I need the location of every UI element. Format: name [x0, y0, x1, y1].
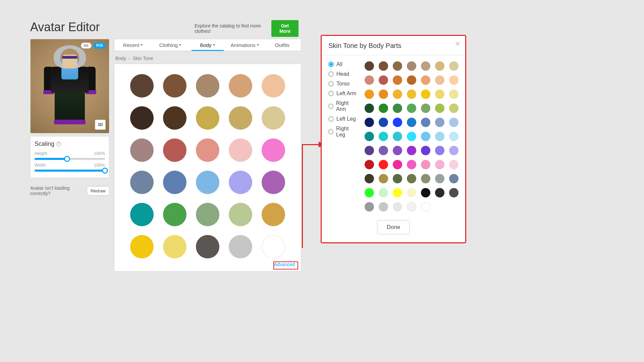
mini-skin-swatch[interactable] — [435, 160, 444, 169]
mini-skin-swatch[interactable] — [407, 202, 416, 212]
mini-skin-swatch[interactable] — [449, 61, 459, 71]
skin-swatch[interactable] — [229, 235, 252, 258]
rig-r15-chip[interactable]: R15 — [94, 43, 106, 49]
mini-skin-swatch[interactable] — [421, 89, 430, 99]
skin-swatch[interactable] — [163, 106, 186, 130]
mini-skin-swatch[interactable] — [421, 202, 430, 212]
mini-skin-swatch[interactable] — [421, 188, 430, 197]
mini-skin-swatch[interactable] — [379, 202, 388, 212]
mini-skin-swatch[interactable] — [449, 89, 459, 99]
mini-skin-swatch[interactable] — [421, 160, 430, 169]
skin-swatch[interactable] — [130, 171, 154, 194]
mini-skin-swatch[interactable] — [407, 188, 416, 197]
skin-swatch[interactable] — [262, 106, 285, 130]
mini-skin-swatch[interactable] — [393, 104, 402, 113]
height-slider-thumb[interactable] — [64, 156, 70, 162]
skin-swatch[interactable] — [229, 138, 252, 162]
skin-swatch[interactable] — [163, 138, 186, 162]
mini-skin-swatch[interactable] — [449, 132, 459, 141]
skin-swatch[interactable] — [163, 171, 186, 194]
mini-skin-swatch[interactable] — [393, 75, 402, 85]
tab-body[interactable]: Body — [189, 39, 226, 51]
mini-skin-swatch[interactable] — [379, 104, 388, 113]
tab-recent[interactable]: Recent — [114, 39, 152, 51]
skin-swatch[interactable] — [163, 235, 186, 258]
skin-swatch[interactable] — [196, 235, 219, 258]
skin-swatch[interactable] — [262, 235, 285, 258]
mini-skin-swatch[interactable] — [365, 118, 374, 127]
mini-skin-swatch[interactable] — [379, 160, 388, 169]
mini-skin-swatch[interactable] — [379, 132, 388, 141]
skin-swatch[interactable] — [229, 203, 252, 226]
mini-skin-swatch[interactable] — [421, 104, 430, 113]
toggle-3d-button[interactable]: 3D — [95, 120, 106, 130]
skin-swatch[interactable] — [130, 106, 154, 130]
skin-swatch[interactable] — [262, 171, 285, 194]
skin-swatch[interactable] — [130, 138, 154, 162]
tab-clothing[interactable]: Clothing — [152, 39, 189, 51]
mini-skin-swatch[interactable] — [421, 61, 430, 71]
mini-skin-swatch[interactable] — [365, 174, 374, 183]
mini-skin-swatch[interactable] — [365, 160, 374, 169]
body-part-radio-right-arm[interactable]: Right Arm — [328, 100, 358, 112]
body-part-radio-left-leg[interactable]: Left Leg — [328, 116, 358, 122]
mini-skin-swatch[interactable] — [393, 188, 402, 197]
mini-skin-swatch[interactable] — [407, 61, 416, 71]
mini-skin-swatch[interactable] — [407, 132, 416, 141]
mini-skin-swatch[interactable] — [365, 146, 374, 155]
mini-skin-swatch[interactable] — [365, 104, 374, 113]
mini-skin-swatch[interactable] — [449, 188, 459, 197]
mini-skin-swatch[interactable] — [407, 160, 416, 169]
rig-type-toggle[interactable]: R6 R15 — [81, 43, 106, 49]
width-slider-thumb[interactable] — [102, 168, 108, 174]
mini-skin-swatch[interactable] — [421, 174, 430, 183]
height-slider[interactable] — [35, 158, 105, 160]
body-part-radio-head[interactable]: Head — [328, 71, 358, 77]
mini-skin-swatch[interactable] — [393, 202, 402, 212]
mini-skin-swatch[interactable] — [393, 61, 402, 71]
body-part-radio-left-arm[interactable]: Left Arm — [328, 90, 358, 97]
mini-skin-swatch[interactable] — [393, 174, 402, 183]
skin-swatch[interactable] — [130, 74, 154, 98]
mini-skin-swatch[interactable] — [379, 188, 388, 197]
redraw-button[interactable]: Redraw — [87, 186, 109, 195]
close-icon[interactable]: ✕ — [455, 40, 461, 48]
body-part-radio-torso[interactable]: Torso — [328, 81, 358, 87]
mini-skin-swatch[interactable] — [435, 146, 444, 155]
skin-swatch[interactable] — [196, 203, 219, 226]
skin-swatch[interactable] — [196, 138, 219, 162]
mini-skin-swatch[interactable] — [393, 89, 402, 99]
mini-skin-swatch[interactable] — [421, 132, 430, 141]
skin-swatch[interactable] — [196, 106, 219, 130]
mini-skin-swatch[interactable] — [421, 75, 430, 85]
mini-skin-swatch[interactable] — [393, 118, 402, 127]
skin-swatch[interactable] — [262, 74, 285, 98]
skin-swatch[interactable] — [163, 203, 186, 226]
mini-skin-swatch[interactable] — [379, 174, 388, 183]
mini-skin-swatch[interactable] — [379, 146, 388, 155]
mini-skin-swatch[interactable] — [435, 104, 444, 113]
mini-skin-swatch[interactable] — [449, 146, 459, 155]
done-button[interactable]: Done — [377, 220, 410, 234]
get-more-button[interactable]: Get More — [271, 20, 299, 37]
mini-skin-swatch[interactable] — [449, 118, 459, 127]
skin-swatch[interactable] — [196, 171, 219, 194]
skin-swatch[interactable] — [163, 74, 186, 98]
rig-r6-chip[interactable]: R6 — [81, 43, 92, 49]
skin-swatch[interactable] — [262, 203, 285, 226]
mini-skin-swatch[interactable] — [365, 89, 374, 99]
mini-skin-swatch[interactable] — [393, 132, 402, 141]
mini-skin-swatch[interactable] — [407, 89, 416, 99]
mini-skin-swatch[interactable] — [449, 174, 459, 183]
mini-skin-swatch[interactable] — [365, 188, 374, 197]
mini-skin-swatch[interactable] — [365, 75, 374, 85]
mini-skin-swatch[interactable] — [379, 89, 388, 99]
skin-swatch[interactable] — [262, 138, 285, 162]
skin-swatch[interactable] — [229, 171, 252, 194]
skin-swatch[interactable] — [229, 106, 252, 130]
mini-skin-swatch[interactable] — [435, 174, 444, 183]
skin-swatch[interactable] — [229, 74, 252, 98]
mini-skin-swatch[interactable] — [393, 146, 402, 155]
mini-skin-swatch[interactable] — [407, 118, 416, 127]
mini-skin-swatch[interactable] — [407, 146, 416, 155]
